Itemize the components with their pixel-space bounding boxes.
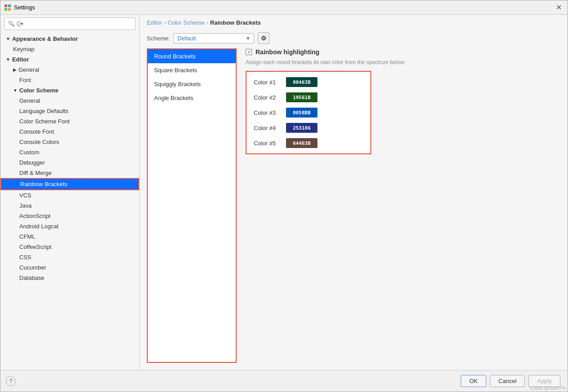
search-input[interactable] [17, 21, 132, 27]
sidebar-item-label: Color Scheme Font [19, 118, 70, 125]
breadcrumb-current: Rainbow Brackets [210, 19, 261, 26]
help-button[interactable]: ? [6, 376, 16, 386]
scheme-select[interactable]: Default ▼ [173, 33, 254, 44]
color-label-1: Color #1 [254, 79, 281, 86]
arrow-icon: ▼ [6, 36, 10, 41]
breadcrumb-sep2: › [207, 19, 208, 26]
sidebar-item-css[interactable]: CSS [0, 252, 139, 262]
sidebar-item-appearance[interactable]: ▼ Appearance & Behavior [0, 34, 139, 44]
color-row-2: Color #2 19561B [254, 92, 363, 102]
svg-rect-2 [4, 8, 7, 11]
color-row-5: Color #5 64463B [254, 138, 363, 148]
sidebar-item-label: Android Logcat [19, 223, 58, 230]
chevron-down-icon: ▼ [246, 36, 250, 41]
sidebar-item-color-scheme[interactable]: ▼ Color Scheme [0, 85, 139, 96]
color-label-3: Color #3 [254, 109, 281, 116]
svg-rect-0 [4, 4, 7, 7]
svg-rect-3 [8, 8, 11, 11]
settings-window: Settings ✕ 🔍 ▼ Appearance & Behavior Key… [0, 0, 568, 392]
sidebar-item-label: Custom [19, 149, 40, 156]
bracket-item-square[interactable]: Square Brackets [148, 63, 236, 77]
color-label-4: Color #4 [254, 125, 281, 131]
sidebar-item-label: CoffeeScript [19, 244, 51, 250]
sidebar-item-vcs[interactable]: VCS [0, 190, 139, 200]
sidebar-item-label: Color Scheme [19, 87, 58, 94]
sidebar-item-diff-merge[interactable]: Diff & Merge [0, 168, 139, 178]
sidebar-item-label: Java [19, 202, 31, 209]
cancel-button[interactable]: Cancel [490, 375, 525, 387]
sidebar-item-actionscript[interactable]: ActionScript [0, 211, 139, 221]
color-swatch-4[interactable]: 253186 [286, 123, 317, 133]
sidebar-item-general[interactable]: ▶ General [0, 65, 139, 75]
sidebar-item-editor[interactable]: ▼ Editor [0, 54, 139, 65]
sidebar-item-keymap[interactable]: Keymap [0, 44, 139, 54]
sidebar-item-custom[interactable]: Custom [0, 147, 139, 157]
color-swatch-3[interactable]: 0058BB [286, 108, 317, 118]
breadcrumb-editor[interactable]: Editor [147, 19, 162, 26]
ok-button[interactable]: OK [461, 375, 486, 387]
sidebar-item-label: Keymap [13, 46, 35, 52]
sidebar-item-label: Font [19, 77, 31, 83]
color-swatch-2[interactable]: 19561B [286, 92, 317, 102]
sidebar-item-label: CSS [19, 254, 31, 261]
sidebar-item-label: Database [19, 274, 44, 281]
rainbow-highlight-row: Rainbow highlighting [246, 48, 560, 56]
sidebar-item-java[interactable]: Java [0, 200, 139, 211]
app-icon [4, 4, 11, 11]
search-icon: 🔍 [8, 21, 15, 27]
sidebar-item-label: Rainbow Brackets [20, 181, 67, 187]
sidebar-item-cfml[interactable]: CFML [0, 231, 139, 242]
nav-section: ▼ Appearance & Behavior Keymap ▼ Editor … [0, 33, 139, 284]
sidebar-item-console-colors[interactable]: Console Colors [0, 137, 139, 147]
assign-text: Assign each round brackets its own color… [246, 59, 560, 65]
sidebar-item-font[interactable]: Font [0, 75, 139, 85]
color-label-2: Color #2 [254, 94, 281, 101]
brackets-list: Round Brackets Square Brackets Squiggly … [147, 48, 237, 363]
apply-button[interactable]: Apply [528, 375, 560, 387]
sidebar-item-android-logcat[interactable]: Android Logcat [0, 221, 139, 231]
sidebar-item-label: VCS [19, 192, 31, 199]
arrow-icon: ▶ [13, 67, 17, 72]
sidebar-item-color-scheme-font[interactable]: Color Scheme Font [0, 116, 139, 126]
watermark: CSDN @%ANY% [530, 386, 566, 391]
scheme-label: Scheme: [147, 35, 170, 42]
rainbow-highlight-checkbox[interactable] [246, 49, 252, 55]
sidebar-item-label: Cucumber [19, 264, 46, 271]
sidebar-item-coffeescript[interactable]: CoffeeScript [0, 242, 139, 252]
bracket-item-squiggly[interactable]: Squiggly Brackets [148, 77, 236, 91]
scheme-bar: Scheme: Default ▼ ⚙ [140, 30, 568, 48]
sidebar-item-cucumber[interactable]: Cucumber [0, 262, 139, 273]
bracket-item-angle[interactable]: Angle Brackets [148, 91, 236, 105]
sidebar-item-rainbow-brackets[interactable]: Rainbow Brackets [0, 178, 139, 190]
sidebar-item-label: ActionScript [19, 213, 50, 219]
bottom-bar: OK Cancel Apply [0, 370, 568, 392]
sidebar-item-debugger[interactable]: Debugger [0, 157, 139, 168]
breadcrumb-sep1: › [164, 19, 166, 26]
sidebar-item-label: General [18, 66, 39, 73]
sidebar-item-label: Console Colors [19, 139, 59, 145]
sidebar-item-label: General [19, 97, 40, 104]
color-row-4: Color #4 253186 [254, 123, 363, 133]
close-button[interactable]: ✕ [553, 2, 564, 13]
bracket-item-round[interactable]: Round Brackets [148, 49, 236, 63]
color-row-3: Color #3 0058BB [254, 108, 363, 118]
window-title: Settings [14, 4, 553, 11]
color-swatch-5[interactable]: 64463B [286, 138, 317, 148]
color-swatch-1[interactable]: 00463B [286, 77, 317, 87]
sidebar-item-label: Appearance & Behavior [12, 35, 78, 42]
sidebar-item-label: CFML [19, 233, 35, 240]
breadcrumb-color-scheme[interactable]: Color Scheme [167, 19, 204, 26]
panel-body: Round Brackets Square Brackets Squiggly … [140, 48, 568, 370]
search-box[interactable]: 🔍 [4, 17, 136, 30]
gear-button[interactable]: ⚙ [258, 32, 269, 44]
sidebar-item-cs-general[interactable]: General [0, 96, 139, 106]
color-label-5: Color #5 [254, 140, 281, 147]
sidebar-item-label: Debugger [19, 159, 45, 166]
sidebar-item-label: Diff & Merge [19, 170, 52, 176]
sidebar-item-label: Console Font [19, 128, 54, 135]
sidebar-item-console-font[interactable]: Console Font [0, 126, 139, 137]
rainbow-highlight-label: Rainbow highlighting [255, 48, 319, 56]
sidebar-item-database[interactable]: Database [0, 273, 139, 283]
sidebar-item-language-defaults[interactable]: Language Defaults [0, 106, 139, 116]
color-row-1: Color #1 00463B [254, 77, 363, 87]
